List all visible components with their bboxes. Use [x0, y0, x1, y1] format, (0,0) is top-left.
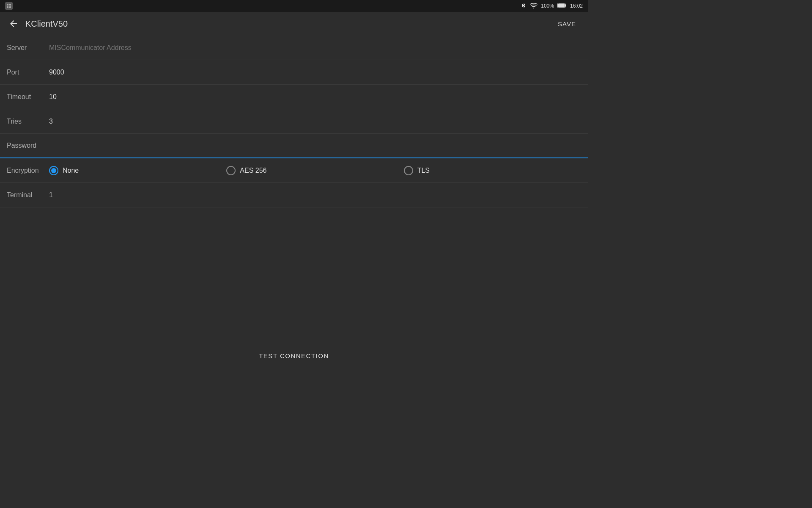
encryption-tls-label: TLS	[417, 167, 430, 174]
encryption-tls-radio[interactable]	[404, 166, 413, 175]
bottom-bar[interactable]: TEST CONNECTION	[0, 344, 588, 367]
bluetooth-icon	[521, 2, 527, 10]
port-input[interactable]	[49, 69, 581, 76]
form-container: Server Port Timeout Tries Password Encry…	[0, 36, 588, 233]
encryption-row: Encryption None AES 256 TLS	[0, 158, 588, 183]
encryption-none-dot	[51, 168, 56, 173]
tries-row: Tries	[0, 109, 588, 134]
terminal-label: Terminal	[7, 191, 49, 199]
encryption-label: Encryption	[7, 167, 49, 174]
time-display: 16:02	[570, 3, 583, 9]
back-button[interactable]	[7, 17, 20, 30]
encryption-tls-option[interactable]: TLS	[404, 166, 581, 175]
svg-rect-6	[558, 3, 565, 7]
terminal-row: Terminal	[0, 183, 588, 207]
page-title: KClientV50	[25, 19, 553, 29]
server-label: Server	[7, 44, 49, 52]
password-row: Password	[0, 134, 588, 158]
timeout-label: Timeout	[7, 93, 49, 101]
port-row: Port	[0, 60, 588, 85]
status-bar-right: 100% 16:02	[521, 2, 583, 10]
save-button[interactable]: SAVE	[553, 17, 581, 31]
encryption-none-radio[interactable]	[49, 166, 58, 175]
status-bar: 100% 16:02	[0, 0, 588, 12]
svg-rect-3	[9, 6, 11, 8]
svg-rect-2	[7, 6, 8, 8]
tries-label: Tries	[7, 118, 49, 125]
terminal-input[interactable]	[49, 191, 581, 199]
svg-rect-0	[7, 4, 8, 6]
tries-input[interactable]	[49, 118, 581, 125]
encryption-none-label: None	[63, 167, 79, 174]
status-bar-left	[5, 2, 13, 10]
encryption-aes256-radio[interactable]	[226, 166, 236, 175]
toolbar: KClientV50 SAVE	[0, 12, 588, 36]
encryption-aes256-label: AES 256	[240, 167, 266, 174]
app-icon	[5, 2, 13, 10]
encryption-none-option[interactable]: None	[49, 166, 226, 175]
battery-status: 100%	[541, 3, 554, 9]
svg-point-4	[533, 8, 534, 8]
timeout-input[interactable]	[49, 93, 581, 101]
wifi-icon	[530, 3, 538, 10]
server-row: Server	[0, 36, 588, 60]
port-label: Port	[7, 69, 49, 76]
server-input[interactable]	[49, 44, 581, 52]
password-label: Password	[7, 142, 49, 149]
timeout-row: Timeout	[0, 85, 588, 109]
test-connection-button[interactable]: TEST CONNECTION	[259, 352, 329, 359]
password-input[interactable]	[49, 142, 581, 149]
encryption-aes256-option[interactable]: AES 256	[226, 166, 403, 175]
battery-icon	[557, 3, 567, 9]
encryption-radio-group: None AES 256 TLS	[49, 166, 581, 175]
svg-rect-1	[9, 4, 11, 6]
